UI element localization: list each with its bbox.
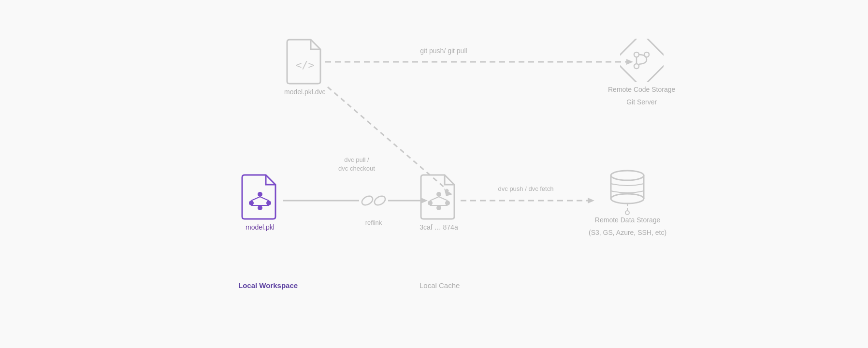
git-icon — [620, 39, 664, 82]
git-server-label-line2: Git Server — [626, 98, 657, 107]
cache-file-node: 3caf … 874a — [420, 174, 458, 232]
data-store-node: Remote Data Storage (S3, GS, Azure, SSH,… — [589, 167, 666, 237]
svg-point-13 — [634, 52, 639, 57]
dvc-file-icon: </> — [286, 39, 324, 85]
cache-file-icon — [420, 174, 458, 220]
data-store-label-line2: (S3, GS, Azure, SSH, etc) — [589, 228, 666, 238]
svg-point-37 — [611, 194, 644, 203]
git-server-label-line1: Remote Code Storage — [608, 85, 675, 95]
svg-rect-12 — [620, 39, 664, 82]
svg-point-19 — [266, 201, 271, 205]
local-cache-label: Local Cache — [420, 280, 460, 291]
svg-point-15 — [634, 64, 639, 69]
data-store-label-line1: Remote Data Storage — [595, 216, 660, 225]
svg-point-33 — [611, 171, 644, 180]
git-server-node: Remote Code Storage Git Server — [608, 39, 675, 107]
git-push-pull-label: git push/ git pull — [420, 47, 467, 55]
svg-point-8 — [373, 194, 387, 207]
svg-line-30 — [439, 197, 448, 201]
svg-point-20 — [258, 205, 262, 210]
svg-point-17 — [258, 192, 262, 197]
svg-point-28 — [436, 205, 441, 210]
dvc-push-fetch-label: dvc push / dvc fetch — [498, 185, 554, 192]
svg-point-25 — [436, 192, 441, 197]
diagram: git push/ git pull dvc pull / dvc checko… — [144, 24, 724, 324]
svg-text:</>: </> — [295, 59, 315, 71]
svg-point-39 — [625, 211, 629, 215]
pkl-file-label: model.pkl — [246, 223, 275, 232]
dvc-pull-label: dvc pull / — [344, 156, 369, 163]
cache-file-label: 3caf … 874a — [420, 223, 458, 232]
dvc-file-label: model.pkl.dvc — [284, 87, 326, 97]
pkl-file-icon — [241, 174, 279, 220]
svg-point-27 — [445, 201, 450, 205]
reflink-label: reflink — [365, 219, 382, 226]
dvc-file-node: </> model.pkl.dvc — [284, 39, 326, 97]
svg-line-29 — [430, 197, 439, 201]
svg-line-22 — [260, 197, 269, 201]
svg-point-7 — [361, 194, 375, 207]
svg-point-18 — [249, 201, 254, 205]
data-store-icon — [607, 167, 648, 213]
dvc-checkout-label: dvc checkout — [338, 165, 375, 172]
pkl-file-node: model.pkl — [241, 174, 279, 232]
svg-point-26 — [428, 201, 433, 205]
local-workspace-label: Local Workspace — [238, 280, 298, 291]
svg-line-21 — [251, 197, 260, 201]
